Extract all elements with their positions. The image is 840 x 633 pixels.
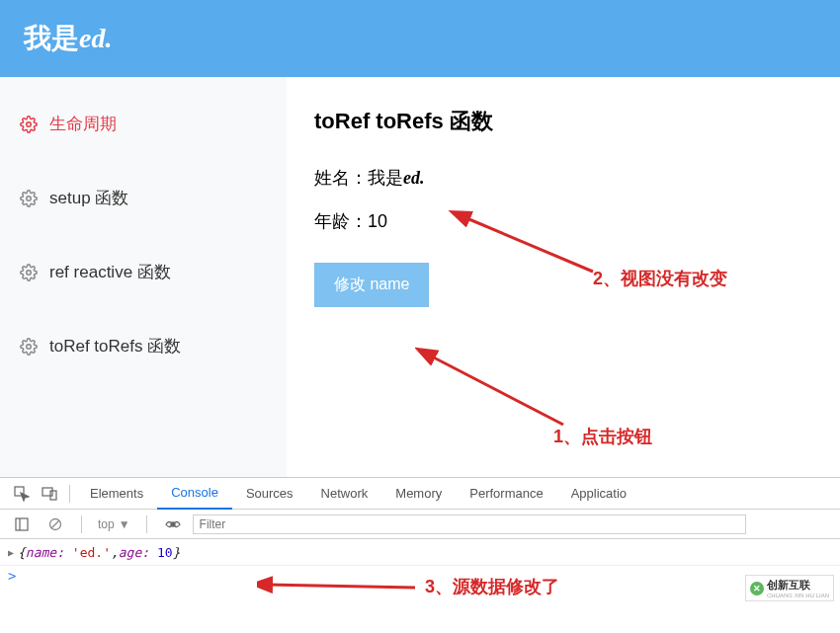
console-brace-close: } bbox=[173, 545, 181, 560]
devtools-tabs: Elements Console Sources Network Memory … bbox=[0, 478, 840, 510]
tab-memory[interactable]: Memory bbox=[381, 478, 456, 510]
watermark: ✕ 创新互联 CHUANG XIN HU LIAN bbox=[745, 575, 834, 601]
console-key-age: age: bbox=[119, 545, 149, 560]
name-value-prefix: 我是 bbox=[368, 168, 403, 188]
sidebar-item-ref-reactive[interactable]: ref reactive 函数 bbox=[0, 235, 287, 309]
watermark-sub: CHUANG XIN HU LIAN bbox=[767, 593, 829, 598]
name-row: 姓名：我是ed. bbox=[314, 166, 812, 190]
devtools-panel: Elements Console Sources Network Memory … bbox=[0, 477, 840, 586]
console-output-row: ▶ {name: 'ed.', age: 10} bbox=[0, 539, 840, 565]
svg-line-13 bbox=[51, 520, 59, 528]
devtools-filter-bar: top ▼ bbox=[0, 510, 840, 539]
tab-application[interactable]: Applicatio bbox=[557, 478, 640, 510]
watermark-icon: ✕ bbox=[750, 582, 764, 595]
console-brace: { bbox=[18, 545, 26, 560]
clear-console-icon[interactable] bbox=[42, 511, 69, 538]
tab-sources[interactable]: Sources bbox=[232, 478, 307, 510]
age-label: 年龄： bbox=[314, 211, 368, 231]
age-row: 年龄：10 bbox=[314, 209, 812, 233]
tab-performance[interactable]: Performance bbox=[456, 478, 556, 510]
svg-rect-10 bbox=[16, 518, 28, 530]
separator bbox=[69, 485, 70, 503]
separator bbox=[146, 515, 147, 533]
svg-point-0 bbox=[27, 121, 32, 126]
sidebar-item-lifecycle[interactable]: 生命周期 bbox=[0, 87, 287, 161]
expand-triangle-icon[interactable]: ▶ bbox=[8, 547, 14, 558]
sidebar-item-label: toRef toRefs 函数 bbox=[49, 335, 181, 357]
modify-name-button[interactable]: 修改 name bbox=[314, 263, 429, 307]
chevron-down-icon: ▼ bbox=[119, 517, 130, 531]
app-header: 我是ed. bbox=[0, 0, 840, 77]
separator bbox=[81, 515, 82, 533]
sidebar-item-label: ref reactive 函数 bbox=[49, 261, 171, 283]
tab-elements[interactable]: Elements bbox=[76, 478, 157, 510]
svg-point-1 bbox=[27, 196, 32, 200]
name-value-suffix: ed. bbox=[403, 168, 425, 188]
console-val-age: 10 bbox=[157, 545, 173, 560]
svg-point-2 bbox=[27, 270, 32, 275]
watermark-brand: 创新互联 bbox=[767, 578, 829, 593]
live-expression-icon[interactable] bbox=[159, 511, 187, 538]
device-toolbar-icon[interactable] bbox=[36, 480, 63, 508]
tab-network[interactable]: Network bbox=[307, 478, 382, 510]
sidebar-item-label: setup 函数 bbox=[49, 187, 128, 209]
sidebar-item-label: 生命周期 bbox=[49, 113, 117, 135]
name-label: 姓名： bbox=[314, 168, 368, 188]
header-title-suffix: ed. bbox=[79, 23, 112, 53]
console-prompt[interactable]: > bbox=[0, 565, 840, 586]
header-title-prefix: 我是 bbox=[24, 23, 79, 53]
gear-icon bbox=[20, 190, 38, 207]
main-content: toRef toRefs 函数 姓名：我是ed. 年龄：10 修改 name bbox=[287, 77, 840, 477]
sidebar-item-setup[interactable]: setup 函数 bbox=[0, 161, 287, 235]
body-area: 生命周期 setup 函数 ref reactive 函数 toRef toRe… bbox=[0, 77, 840, 477]
inspect-element-icon[interactable] bbox=[8, 480, 36, 508]
sidebar-item-toref-torefs[interactable]: toRef toRefs 函数 bbox=[0, 309, 287, 383]
context-label: top bbox=[98, 517, 115, 531]
gear-icon bbox=[20, 116, 38, 133]
sidebar: 生命周期 setup 函数 ref reactive 函数 toRef toRe… bbox=[0, 77, 287, 477]
tab-console[interactable]: Console bbox=[157, 478, 232, 510]
gear-icon bbox=[20, 338, 38, 356]
gear-icon bbox=[20, 264, 38, 281]
svg-point-3 bbox=[27, 344, 32, 349]
context-selector[interactable]: top ▼ bbox=[94, 517, 134, 531]
console-comma: , bbox=[111, 545, 119, 560]
console-key-name: name: bbox=[26, 545, 64, 560]
age-value: 10 bbox=[368, 211, 387, 231]
console-val-name: 'ed.' bbox=[72, 545, 111, 560]
svg-point-14 bbox=[171, 522, 175, 526]
filter-input[interactable] bbox=[193, 514, 746, 534]
console-sidebar-icon[interactable] bbox=[8, 511, 36, 538]
content-heading: toRef toRefs 函数 bbox=[314, 107, 812, 136]
